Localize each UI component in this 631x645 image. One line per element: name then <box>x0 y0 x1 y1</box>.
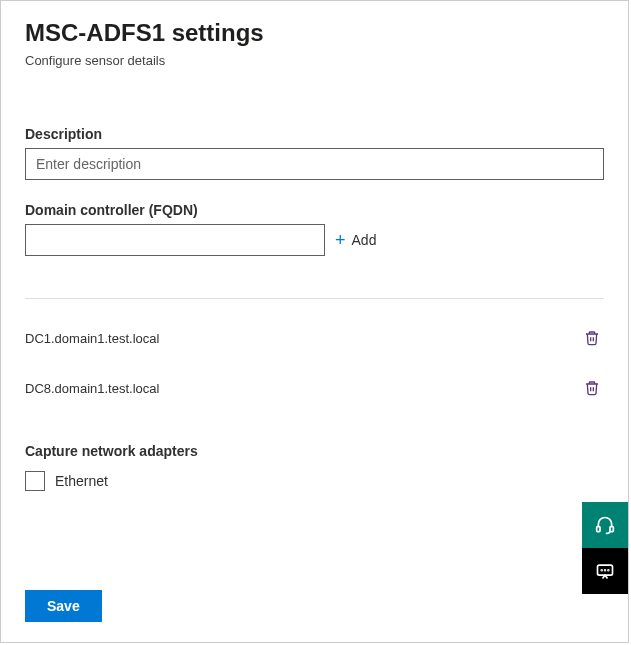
list-item: DC8.domain1.test.local <box>25 363 604 413</box>
trash-icon <box>584 380 600 396</box>
save-button[interactable]: Save <box>25 590 102 622</box>
add-button-label: Add <box>352 232 377 248</box>
ethernet-checkbox[interactable] <box>25 471 45 491</box>
svg-rect-1 <box>610 527 613 532</box>
plus-icon: + <box>335 231 346 249</box>
floating-widgets <box>582 502 628 594</box>
description-label: Description <box>25 126 604 142</box>
list-item: DC1.domain1.test.local <box>25 313 604 363</box>
ethernet-label: Ethernet <box>55 473 108 489</box>
trash-icon <box>584 330 600 346</box>
svg-point-3 <box>601 570 602 571</box>
adapters-label: Capture network adapters <box>25 443 604 459</box>
feedback-button[interactable] <box>582 548 628 594</box>
svg-rect-0 <box>597 527 600 532</box>
description-input[interactable] <box>25 148 604 180</box>
dc-name: DC8.domain1.test.local <box>25 381 159 396</box>
dc-name: DC1.domain1.test.local <box>25 331 159 346</box>
page-title: MSC-ADFS1 settings <box>25 19 604 47</box>
delete-button[interactable] <box>580 376 604 400</box>
fqdn-label: Domain controller (FQDN) <box>25 202 604 218</box>
svg-point-5 <box>608 570 609 571</box>
chat-icon <box>595 561 615 581</box>
dc-list: DC1.domain1.test.local DC8.domain1.test.… <box>25 313 604 413</box>
support-button[interactable] <box>582 502 628 548</box>
add-button[interactable]: + Add <box>335 231 376 249</box>
settings-panel: MSC-ADFS1 settings Configure sensor deta… <box>0 0 629 643</box>
fqdn-input[interactable] <box>25 224 325 256</box>
delete-button[interactable] <box>580 326 604 350</box>
headset-icon <box>595 515 615 535</box>
adapter-option: Ethernet <box>25 471 604 491</box>
svg-point-4 <box>605 570 606 571</box>
page-subtitle: Configure sensor details <box>25 53 604 68</box>
divider <box>25 298 604 299</box>
